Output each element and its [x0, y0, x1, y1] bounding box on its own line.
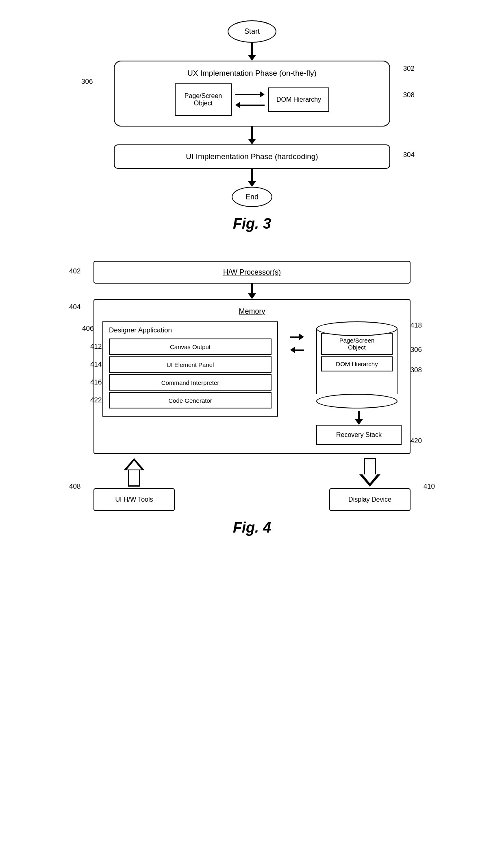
ux-phase-title: UX Implementation Phase (on-the-fly): [124, 69, 380, 78]
designer-app-box: Designer Application 412 Canvas Output: [102, 321, 278, 417]
canvas-output-label: Canvas Output: [170, 343, 211, 350]
arrow-left-fig3: [235, 102, 265, 108]
fig4-title: Fig. 4: [233, 519, 271, 536]
dom-hierarchy-label-fig3: DOM Hierarchy: [276, 96, 321, 103]
bottom-row: 408 UI H/W Tools 410: [93, 454, 411, 511]
hw-processor-label: H/W Processor(s): [223, 268, 281, 277]
ref-410: 410: [424, 483, 435, 491]
start-label: Start: [244, 27, 260, 36]
ui-hw-tools-box: UI H/W Tools: [93, 488, 175, 511]
dom-hierarchy-box-fig4: DOM Hierarchy: [321, 356, 393, 371]
ref-306: 306: [411, 346, 422, 354]
ref-422: 422: [90, 396, 102, 404]
canvas-output-box: Canvas Output: [109, 339, 272, 355]
ref-304-fig3: 304: [403, 151, 415, 159]
command-interpreter-box: Command Interpreter: [109, 374, 272, 391]
ref-406: 406: [82, 325, 93, 333]
fig4-section: 402 H/W Processor(s) 404 Memory: [24, 236, 480, 536]
arrow-hw-to-memory: [248, 284, 256, 299]
code-generator-box: Code Generator: [109, 392, 272, 408]
ref-418: 418: [411, 321, 422, 330]
recovery-stack-label: Recovery Stack: [336, 431, 382, 439]
start-node: Start: [228, 20, 276, 43]
fig3-section: Start 306 302 308 UX Implementation Phas…: [24, 8, 480, 236]
ui-element-panel-box: UI Element Panel: [109, 356, 272, 373]
cylinder-bottom: [316, 394, 398, 408]
arrow-start-to-ux: [248, 43, 256, 61]
ui-phase-box: UI Implementation Phase (hardcoding): [114, 144, 390, 169]
main-container: Start 306 302 308 UX Implementation Phas…: [0, 0, 504, 544]
hollow-arrow-up-body: [128, 470, 140, 487]
command-interpreter-label: Command Interpreter: [161, 379, 219, 386]
ref-412: 412: [90, 343, 102, 351]
ref-308-fig3: 308: [403, 91, 415, 99]
ux-inner-boxes: Page/ScreenObject: [124, 83, 380, 116]
memory-label: Memory: [102, 307, 402, 316]
page-screen-label-fig3: Page/ScreenObject: [185, 92, 222, 107]
ref-308: 308: [411, 366, 422, 374]
page-screen-box-fig4: Page/ScreenObject: [321, 333, 393, 355]
arrow-right-fig3: [235, 91, 265, 98]
ui-element-panel-label: UI Element Panel: [167, 361, 214, 368]
connector-arrow-right: [290, 334, 304, 340]
fig3-diagram: Start 306 302 308 UX Implementation Phas…: [93, 20, 411, 207]
code-generator-label: Code Generator: [168, 397, 212, 404]
hollow-arrow-down-head: [359, 474, 380, 487]
display-device-label: Display Device: [348, 496, 391, 503]
page-screen-box-fig3: Page/ScreenObject: [175, 83, 232, 116]
end-node: End: [232, 187, 272, 207]
connector-arrow-left: [290, 347, 304, 353]
ux-phase-box: UX Implementation Phase (on-the-fly) Pag…: [114, 61, 390, 127]
hw-processor-box: H/W Processor(s): [93, 261, 411, 284]
dom-hierarchy-box-fig3: DOM Hierarchy: [268, 87, 329, 112]
arrow-cylinder-to-recovery: [316, 411, 402, 425]
page-screen-label-fig4: Page/ScreenObject: [339, 337, 375, 351]
designer-app-title: Designer Application: [109, 326, 272, 334]
cylinder-top: [316, 321, 398, 336]
ref-404: 404: [69, 303, 80, 311]
fig3-title: Fig. 3: [233, 215, 271, 232]
ref-408: 408: [69, 483, 80, 491]
memory-box: Memory 406 Designer Application 412: [93, 299, 411, 454]
cylinder-body: Page/ScreenObject DOM Hierarchy: [316, 329, 398, 394]
end-label: End: [245, 193, 259, 201]
recovery-stack-box: Recovery Stack: [316, 425, 402, 445]
ui-phase-label: UI Implementation Phase (hardcoding): [186, 152, 318, 161]
hollow-arrow-down-body: [364, 458, 376, 474]
cylinder-shape: Page/ScreenObject DOM Hierarchy: [316, 321, 398, 408]
display-device-item: 410 Display Device: [329, 458, 411, 511]
memory-inner: 406 Designer Application 412 Canvas Outp…: [102, 321, 402, 445]
ref-302-fig3: 302: [403, 65, 415, 73]
arrow-ux-to-ui: [248, 127, 256, 144]
ui-hw-tools-item: 408 UI H/W Tools: [93, 458, 175, 511]
dom-hierarchy-label-fig4: DOM Hierarchy: [336, 360, 378, 367]
ui-hw-tools-label: UI H/W Tools: [115, 496, 153, 503]
ref-306-fig3: 306: [81, 78, 93, 86]
arrow-ui-to-end: [248, 169, 256, 187]
display-device-box: Display Device: [329, 488, 411, 511]
ref-416: 416: [90, 378, 102, 387]
ref-420: 420: [411, 437, 422, 445]
ref-402: 402: [69, 267, 80, 275]
ref-414: 414: [90, 360, 102, 369]
hollow-arrow-up-head: [124, 458, 145, 470]
